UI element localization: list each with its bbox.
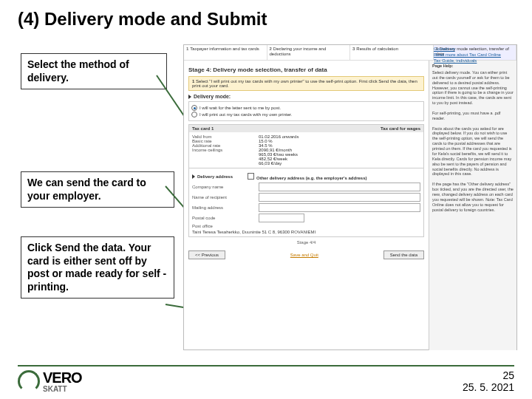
step-2[interactable]: 2Declaring your income and deductions [267, 45, 351, 60]
hint-box: 1 Select "I will print out my tax cards … [188, 76, 424, 91]
link-contact[interactable]: Contact us [434, 47, 515, 52]
postal-input[interactable] [259, 214, 304, 222]
checkbox-other-address[interactable] [248, 173, 254, 180]
prev-button[interactable]: << Previous [188, 250, 225, 259]
stage-title: Stage 4: Delivery mode selection, transf… [188, 66, 424, 73]
save-quit-link[interactable]: Save and Quit [290, 253, 318, 257]
stage-indicator: Stage 4/4 [188, 240, 424, 245]
callout-send: Click Send the data. Your card is either… [21, 236, 174, 299]
slide-title: (4) Delivery mode and Submit [18, 9, 267, 30]
radio-icon [191, 105, 197, 111]
mailing-input[interactable] [259, 203, 420, 212]
page-number: 25 [502, 369, 514, 381]
step-1[interactable]: 1Taxpayer information and tax cards [184, 45, 267, 60]
logo-ring-icon [18, 370, 40, 392]
page-date: 25. 5. 2021 [463, 381, 514, 393]
post-office-text: Taini Teresa Tesaherkko, Duunintie 51 C … [192, 230, 420, 234]
tax-card-box: Tax card 1Tax card for wages Valid from0… [188, 124, 424, 237]
callout-delivery: Select the method of delivery. [21, 53, 167, 89]
link-guide[interactable]: Tax Guide, individuals [434, 58, 515, 64]
recipient-input[interactable] [259, 193, 420, 202]
app-screenshot: 1Taxpayer information and tax cards 2Dec… [183, 44, 517, 350]
radio-icon [191, 112, 197, 117]
radio-selfprint[interactable]: I will print out my tax cards with my ow… [191, 112, 421, 117]
help-sidebar: Page Help: Select delivery mode. You can… [429, 61, 516, 350]
company-input[interactable] [259, 183, 420, 191]
step-3[interactable]: 3Results of calculation [350, 45, 434, 60]
footer-rule [18, 365, 514, 366]
callout-employer: We can send the card to your employer. [21, 171, 174, 208]
delivery-mode-label: Delivery mode: [188, 94, 424, 99]
radio-post[interactable]: I will wait for the letter sent to me by… [191, 105, 421, 111]
top-links: Contact us Read more about Tax Card Onli… [432, 45, 516, 65]
link-readmore[interactable]: Read more about Tax Card Online [434, 52, 515, 58]
send-button[interactable]: Send the data [383, 250, 424, 259]
vero-logo: VEROSKATT [18, 369, 82, 393]
